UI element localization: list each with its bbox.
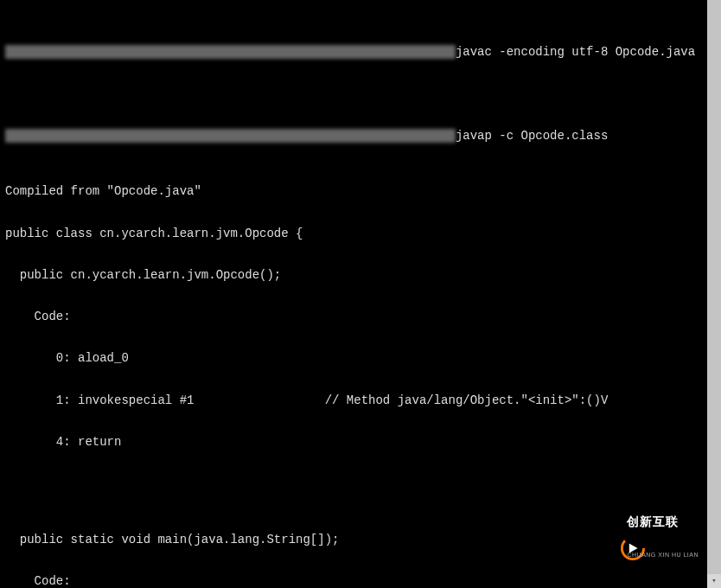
scrollbar-thumb[interactable] <box>707 0 721 588</box>
vertical-scrollbar[interactable]: ▴ ▾ <box>707 0 721 588</box>
output-ctor-sig: public cn.ycarch.learn.jvm.Opcode(); <box>5 268 716 282</box>
bytecode-line: 4: return <box>5 435 716 449</box>
bytecode-line: 1: invokespecial #1 // Method java/lang/… <box>5 393 716 407</box>
watermark: 创新互联 CHUANG XIN HU LIAN <box>597 490 699 583</box>
command-text: javap -c Opcode.class <box>456 129 608 143</box>
blank-line <box>5 476 716 490</box>
terminal-window[interactable]: ████████████████████████████████████████… <box>0 0 721 588</box>
command-text: javac -encoding utf-8 Opcode.java <box>456 45 695 59</box>
watermark-cn: 创新互联 <box>627 514 699 528</box>
obscured-path: ████████████████████████████████████████… <box>5 129 456 143</box>
command-line-2: ████████████████████████████████████████… <box>5 129 716 143</box>
bytecode-line: 0: aload_0 <box>5 351 716 365</box>
obscured-path: ████████████████████████████████████████… <box>5 45 456 59</box>
watermark-en: CHUANG XIN HU LIAN <box>627 552 699 559</box>
command-line-1: ████████████████████████████████████████… <box>5 45 716 59</box>
watermark-logo-icon <box>597 525 622 549</box>
output-code-label: Code: <box>5 310 716 323</box>
scroll-down-arrow-icon[interactable]: ▾ <box>707 574 721 588</box>
blank-line <box>5 87 716 101</box>
output-compiled-from: Compiled from "Opcode.java" <box>5 184 716 198</box>
watermark-text: 创新互联 CHUANG XIN HU LIAN <box>627 490 699 583</box>
output-class-decl: public class cn.ycarch.learn.jvm.Opcode … <box>5 227 716 240</box>
